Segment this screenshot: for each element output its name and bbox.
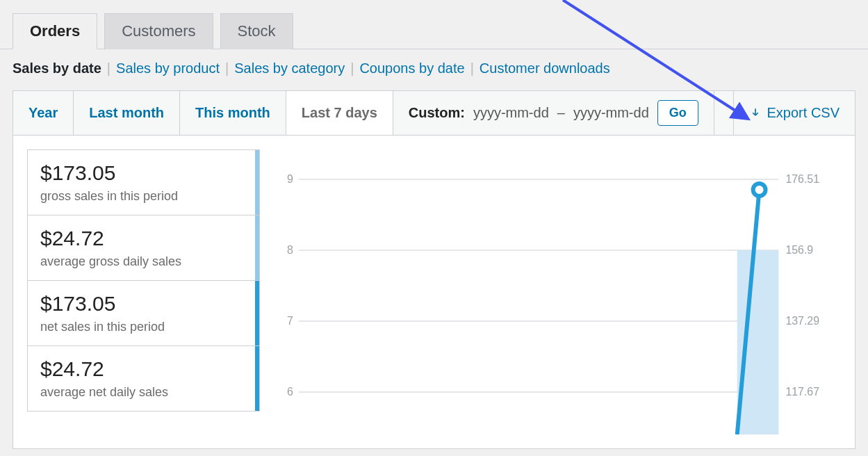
stat-color-bar — [255, 215, 259, 280]
range-custom-dash: – — [557, 105, 565, 121]
range-tab-last-7-days[interactable]: Last 7 days — [286, 91, 393, 135]
stat-color-bar — [255, 150, 259, 215]
y-right-tick: 176.51 — [785, 173, 819, 185]
stat-color-bar — [255, 346, 259, 411]
y-right-tick: 156.9 — [785, 244, 813, 256]
chart-data-point — [753, 184, 766, 196]
y-left-tick: 7 — [287, 315, 293, 327]
report-panel: Year Last month This month Last 7 days C… — [13, 90, 855, 449]
y-right-tick: 117.67 — [785, 386, 819, 398]
date-range-bar: Year Last month This month Last 7 days C… — [13, 91, 855, 136]
tab-stock[interactable]: Stock — [220, 13, 293, 49]
range-tab-last-month[interactable]: Last month — [74, 91, 180, 135]
y-left-tick: 8 — [287, 244, 293, 256]
separator: | — [350, 60, 354, 76]
range-tab-this-month[interactable]: This month — [180, 91, 286, 135]
filter-current: Sales by date — [13, 60, 101, 76]
stat-label: gross sales in this period — [40, 189, 247, 204]
range-tab-year[interactable]: Year — [13, 91, 74, 135]
range-go-button[interactable]: Go — [657, 100, 698, 126]
stat-card-gross-sales[interactable]: $173.05 gross sales in this period — [27, 149, 260, 215]
filter-link-sales-by-product[interactable]: Sales by product — [116, 60, 220, 76]
tab-customers[interactable]: Customers — [104, 13, 213, 49]
range-custom-to[interactable]: yyyy-mm-dd — [573, 105, 649, 121]
range-custom-from[interactable]: yyyy-mm-dd — [473, 105, 549, 121]
stat-card-net-sales[interactable]: $173.05 net sales in this period — [27, 280, 260, 346]
separator: | — [107, 60, 110, 76]
export-csv-button[interactable]: Export CSV — [733, 91, 855, 135]
tab-orders[interactable]: Orders — [13, 13, 97, 49]
export-csv-label: Export CSV — [767, 105, 840, 121]
stat-list: $173.05 gross sales in this period $24.7… — [27, 149, 260, 434]
stat-label: net sales in this period — [40, 320, 247, 334]
download-icon — [749, 107, 762, 120]
filter-link-coupons-by-date[interactable]: Coupons by date — [359, 60, 464, 76]
stat-label: average net daily sales — [40, 385, 247, 400]
filter-link-sales-by-category[interactable]: Sales by category — [234, 60, 345, 76]
stat-color-bar — [255, 281, 259, 345]
stat-value: $173.05 — [40, 292, 247, 316]
separator: | — [225, 60, 229, 76]
stat-label: average gross daily sales — [40, 254, 247, 269]
range-custom-label: Custom: — [409, 105, 465, 121]
report-filter-row: Sales by date | Sales by product | Sales… — [0, 49, 868, 90]
stat-card-avg-gross-daily[interactable]: $24.72 average gross daily sales — [27, 215, 260, 281]
stat-value: $173.05 — [40, 161, 247, 185]
filter-link-customer-downloads[interactable]: Customer downloads — [480, 60, 610, 76]
stat-value: $24.72 — [40, 227, 247, 250]
chart-bar — [737, 250, 779, 434]
stat-card-avg-net-daily[interactable]: $24.72 average net daily sales — [27, 345, 260, 412]
separator: | — [470, 60, 474, 76]
stat-value: $24.72 — [40, 357, 247, 381]
report-body: $173.05 gross sales in this period $24.7… — [13, 136, 855, 448]
y-left-tick: 6 — [287, 386, 293, 398]
y-right-tick: 137.29 — [785, 315, 819, 327]
main-tabs: Orders Customers Stock — [0, 0, 868, 49]
sales-chart: 9 8 7 6 176.51 156.9 137.29 117.67 — [274, 149, 841, 434]
range-custom: Custom: yyyy-mm-dd – yyyy-mm-dd Go — [393, 91, 714, 135]
y-left-tick: 9 — [287, 173, 293, 185]
